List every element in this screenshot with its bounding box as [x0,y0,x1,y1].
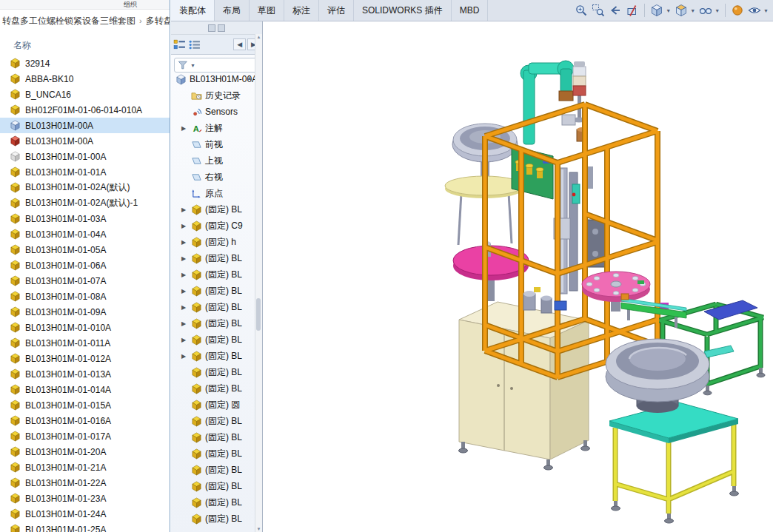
feature-tree-item[interactable]: ▶ (固定) BL [171,201,255,218]
breadcrumb-folder[interactable]: 转盘多工位螺栓锁紧设备三维套图 [2,16,135,26]
file-list-item[interactable]: BL013H01M-01-03A [0,211,170,226]
edit-appearance-icon[interactable] [731,4,744,17]
feature-tree-item[interactable]: ▶ (固定) BL [171,299,255,315]
yellow-stand[interactable] [609,403,739,523]
feature-tree-item[interactable]: (固定) BL [171,413,255,429]
expand-arrow-icon[interactable]: ▶ [181,353,191,360]
file-list-item[interactable]: BH012F01M-01-06-014-010A [0,102,170,118]
file-list-item[interactable]: BL013H01M-01-014A [0,382,170,397]
machine-3d-model[interactable] [263,21,773,532]
file-list-item[interactable]: BL013H01M-01-23A [0,491,170,506]
feature-tree-item[interactable]: (固定) BL [171,445,255,462]
feature-tree-item[interactable]: (固定) BL [171,380,255,397]
feature-tree-root[interactable]: BL013H01M-00A ▴ [171,71,255,87]
file-list-item[interactable]: B_UNCA16 [0,87,170,102]
hide-show-icon[interactable] [699,4,712,17]
scroll-up-icon[interactable]: ▲ [255,35,262,39]
expand-arrow-icon[interactable]: ▶ [181,223,191,229]
view-orientation-icon[interactable] [650,4,663,17]
feature-tree-item[interactable]: 原点 [171,185,255,201]
feature-tree-item[interactable]: (固定) BL [171,462,255,478]
dropdown-arrow-icon[interactable]: ▼ [666,8,671,13]
feature-tree-item[interactable]: (固定) BL [171,494,255,511]
dropdown-arrow-icon[interactable]: ▼ [763,8,769,13]
breadcrumb[interactable]: 转盘多工位螺栓锁紧设备三维套图›多转盘 [0,10,170,33]
file-list-item[interactable]: BL013H01M-01-05A [0,242,170,257]
expand-arrow-icon[interactable]: ▶ [181,239,191,246]
graphics-viewport[interactable] [263,21,773,532]
scrollbar-thumb[interactable] [256,298,261,331]
file-list-item[interactable]: BL013H01M-01-012A [0,351,170,366]
feature-tree-item[interactable]: 右视 [171,169,255,185]
file-list-item[interactable]: BL013H01M-01-013A [0,366,170,382]
expand-arrow-icon[interactable]: ▶ [181,206,191,213]
expand-arrow-icon[interactable]: ▶ [181,320,191,327]
feature-tree-tab-icon[interactable] [173,38,186,51]
file-list-item[interactable]: BL013H01M-01-09A [0,304,170,320]
feature-tree-item[interactable]: 前视 [171,136,255,152]
previous-view-icon[interactable] [609,4,622,17]
feature-tree-item[interactable]: ▶ (固定) BL [171,331,255,348]
commandmanager-tab[interactable]: 标注 [284,0,319,21]
commandmanager-tab[interactable]: 布局 [215,0,250,21]
file-list-item[interactable]: BL013H01M-01-06A [0,257,170,273]
file-list-item[interactable]: BL013H01M-01-25A [0,522,170,532]
feature-tree-item[interactable]: ▶ (固定) BL [171,283,255,299]
expand-arrow-icon[interactable]: ▶ [181,272,191,278]
section-view-icon[interactable] [626,4,639,17]
feature-tree-item[interactable]: (固定) BL [171,478,255,494]
tab-scroll-left-icon[interactable]: ◀ [233,38,246,50]
feature-tree-item[interactable]: ▶ (固定) BL [171,315,255,331]
file-list-item[interactable]: ABBA-BK10 [0,71,170,87]
toolbar-handle-icon[interactable] [208,24,215,32]
expand-arrow-icon[interactable]: ▶ [181,125,191,132]
commandmanager-tab[interactable]: 装配体 [171,0,215,21]
file-list-item[interactable]: BL013H01M-00A [0,118,170,133]
file-list-item[interactable]: BL013H01M-01-016A [0,413,170,428]
expand-arrow-icon[interactable]: ▶ [181,255,191,262]
organize-menu[interactable]: 组织 [124,0,137,9]
file-list-item[interactable]: BL013H01M-01-015A [0,397,170,413]
file-list-item[interactable]: BL013H01M-01-08A [0,289,170,304]
file-list-item[interactable]: BL013H01M-01-07A [0,273,170,289]
display-style-icon[interactable] [675,4,688,17]
feature-tree-item[interactable]: ▶ (固定) BL [171,250,255,266]
file-list-item[interactable]: BL013H01M-01-20A [0,444,170,459]
dropdown-arrow-icon[interactable]: ▼ [690,8,695,13]
feature-tree-item[interactable]: (固定) BL [171,511,255,527]
feature-tree-item[interactable]: ▶ 注解 [171,120,255,136]
pneumatic-pipe[interactable] [521,61,574,144]
toolbar-handle-icon[interactable] [218,24,225,32]
file-list-item[interactable]: BL013H01M-01-24A [0,506,170,522]
large-bowl-feeder[interactable] [606,339,734,402]
feature-tree-item[interactable]: (固定) 圆 [171,397,255,413]
breadcrumb-subfolder[interactable]: 多转盘 [146,16,170,26]
feature-tree-item[interactable]: ▶ (固定) BL [171,348,255,364]
file-list-item[interactable]: BL013H01M-01-02A(默认) [0,180,170,195]
file-list-item[interactable]: BL013H01M-01-02A(默认)-1 [0,195,170,211]
filter-input[interactable]: ▼ [174,58,259,73]
feature-tree-item[interactable]: ▶ (固定) h [171,234,255,250]
commandmanager-tab[interactable]: MBD [452,0,489,21]
collapse-chevron-icon[interactable]: ▴ [247,74,251,81]
file-list-item[interactable]: BL013H01M-00A [0,133,170,149]
scroll-down-icon[interactable]: ▼ [255,527,262,531]
view-settings-icon[interactable] [748,4,761,17]
feature-tree-item[interactable]: (固定) BL [171,364,255,380]
file-list-item[interactable]: 32914 [0,55,170,71]
file-list-item[interactable]: BL013H01M-01-00A [0,149,170,164]
dropdown-arrow-icon[interactable]: ▼ [715,8,720,13]
tree-scrollbar[interactable]: ▲ ▼ [255,34,262,532]
zoom-fit-icon[interactable] [575,4,588,17]
file-list-item[interactable]: BL013H01M-01-01A [0,164,170,180]
feature-tree-item[interactable]: ▶ (固定) C9 [171,218,255,234]
file-list-item[interactable]: BL013H01M-01-011A [0,335,170,351]
commandmanager-tab[interactable]: 评估 [319,0,354,21]
expand-arrow-icon[interactable]: ▶ [181,288,191,294]
file-list-item[interactable]: BL013H01M-01-017A [0,428,170,444]
expand-arrow-icon[interactable]: ▶ [181,337,191,343]
zoom-area-icon[interactable] [592,4,605,17]
commandmanager-tab[interactable]: SOLIDWORKS 插件 [354,0,452,21]
file-list-item[interactable]: BL013H01M-01-22A [0,475,170,491]
dropdown-arrow-icon[interactable]: ▼ [190,63,195,68]
